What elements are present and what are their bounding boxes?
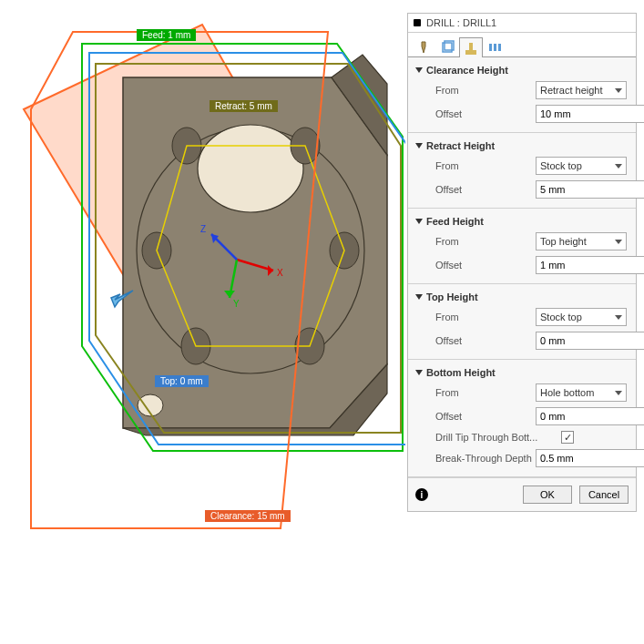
top-label: Top: 0 mm [155,375,209,387]
svg-text:X: X [277,268,283,278]
break-through-field[interactable] [537,450,644,466]
clearance-from-label: From [435,85,536,96]
cancel-button[interactable]: Cancel [579,486,629,504]
retract-from-label: From [435,160,536,171]
panel-title: DRILL : DRILL1 [426,17,496,28]
svg-text:Y: Y [233,299,240,309]
clearance-offset-label: Offset [435,108,536,119]
panel-footer: i OK Cancel [408,477,636,511]
break-label: Break-Through Depth [435,453,536,464]
feed-from-select[interactable]: Top height [536,232,627,250]
clearance-label: Clearance: 15 mm [205,510,291,522]
top-from-label: From [435,312,536,322]
bottom-offset-label: Offset [435,411,536,422]
svg-rect-22 [489,44,492,51]
chevron-down-icon [415,370,423,375]
chevron-down-icon [615,315,622,320]
clearance-offset-field[interactable] [537,106,644,122]
retract-offset-field[interactable] [537,181,644,198]
drag-handle-icon[interactable] [107,285,138,312]
chevron-down-icon [415,67,423,73]
chevron-down-icon [615,164,622,169]
feed-header[interactable]: Feed Height [408,209,636,232]
feed-label: Feed: 1 mm [137,29,196,41]
drill-tip-checkbox[interactable] [561,431,574,444]
svg-rect-23 [494,44,496,51]
feed-offset-label: Offset [435,260,536,271]
retract-header[interactable]: Retract Height [408,133,636,157]
top-title: Top Height [426,291,478,302]
drill-properties-panel: DRILL : DRILL1 Clearance Height From Ret… [407,13,637,512]
top-header[interactable]: Top Height [408,284,636,308]
center-hole [198,125,303,212]
break-through-input[interactable] [536,449,644,467]
chevron-down-icon [615,240,622,244]
chevron-down-icon [615,88,622,93]
chevron-down-icon [415,219,423,224]
bottom-header[interactable]: Bottom Height [408,360,636,383]
svg-rect-24 [498,44,501,51]
tab-strip [408,33,636,57]
chevron-down-icon [615,391,622,395]
retract-title: Retract Height [426,140,495,151]
top-offset-label: Offset [435,335,536,346]
viewport-3d[interactable]: X Y Z Feed: 1 mm Retract: 5 mm Top: 0 mm… [0,0,405,644]
feed-offset-field[interactable] [537,257,644,273]
tab-tool[interactable] [412,36,435,56]
clearance-header[interactable]: Clearance Height [408,57,636,81]
bottom-offset-field[interactable] [537,408,644,424]
retract-offset-input[interactable] [536,180,644,199]
svg-rect-20 [465,50,476,55]
retract-label: Retract: 5 mm [210,100,278,112]
top-offset-input[interactable] [536,332,644,350]
chevron-down-icon [415,143,423,148]
panel-icon [414,19,421,26]
clearance-title: Clearance Height [426,65,508,76]
tab-geometry[interactable] [435,36,459,56]
bottom-from-select[interactable]: Hole bottom [536,383,627,402]
top-offset-field[interactable] [537,332,644,349]
clearance-offset-input[interactable] [536,105,644,123]
retract-offset-label: Offset [435,184,536,195]
top-from-select[interactable]: Stock top [536,308,627,326]
svg-rect-21 [469,43,473,50]
bottom-offset-input[interactable] [536,407,644,425]
clearance-from-select[interactable]: Retract height [536,81,627,99]
ok-button[interactable]: OK [523,486,572,504]
model-canvas: X Y Z [0,0,405,644]
tab-heights[interactable] [459,37,483,57]
retract-from-select[interactable]: Stock top [536,157,627,175]
bottom-title: Bottom Height [426,367,496,378]
feed-title: Feed Height [426,216,484,227]
drill-tip-label: Drill Tip Through Bott... [435,432,561,443]
chevron-down-icon [415,294,423,300]
tab-cycle[interactable] [483,36,506,56]
feed-offset-input[interactable] [536,256,644,274]
info-icon[interactable]: i [415,488,428,501]
bottom-from-label: From [435,387,536,398]
svg-text:Z: Z [200,224,206,234]
panel-header: DRILL : DRILL1 [408,14,636,33]
feed-from-label: From [435,236,536,247]
